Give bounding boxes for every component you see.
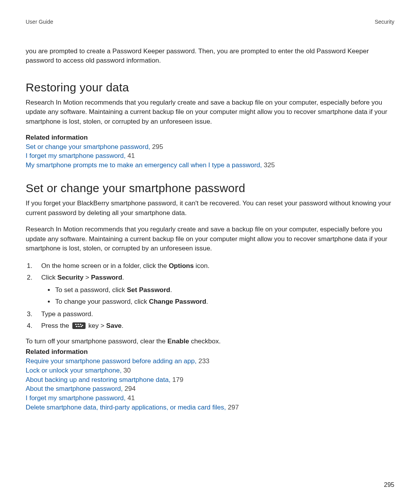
heading-restoring-your-data: Restoring your data [26,81,394,94]
document-page: User Guide Security you are prompted to … [0,0,420,504]
bullet-set-password: To set a password, click Set Password. [54,285,394,296]
bullet2-bold: Change Password [149,298,206,305]
svg-point-4 [79,324,81,325]
step4-end: . [122,322,124,329]
related-link-item: Require your smartphone password before … [26,357,394,366]
related-page-number: 295 [152,143,163,150]
step1-bold: Options [169,262,194,270]
bullet1-end: . [170,286,172,294]
bullet2-end: . [206,298,208,305]
sub-bullets: To set a password, click Set Password. T… [41,285,394,307]
step2-bold2: Password [91,274,122,281]
bullet-change-password: To change your password, click Change Pa… [54,296,394,307]
link-require-password-before-app[interactable]: Require your smartphone password before … [26,357,196,365]
link-set-or-change-password[interactable]: Set or change your smartphone password, [26,143,150,150]
link-forget-password-2[interactable]: I forget my smartphone password, [26,394,126,402]
related-page-number: 233 [198,357,209,365]
svg-point-2 [75,326,77,327]
turnoff-a: To turn off your smartphone password, cl… [26,338,167,345]
step1-text-b: icon. [194,262,210,270]
related-link-item: About backing up and restoring smartphon… [26,375,394,385]
svg-point-6 [82,325,83,326]
related-link-item: Set or change your smartphone password, … [26,142,394,152]
steps-list: On the home screen or in a folder, click… [26,261,394,331]
related-link-item: Delete smartphone data, third-party appl… [26,403,394,412]
svg-point-5 [80,326,82,327]
related-link-item: I forget my smartphone password, 41 [26,394,394,403]
turnoff-bold: Enable [167,338,189,345]
heading-set-or-change-password: Set or change your smartphone password [26,182,394,195]
step-3: Type a password. [34,309,394,320]
bullet1-bold: Set Password [127,286,170,294]
header-right: Security [374,19,394,25]
related-link-item: Lock or unlock your smartphone, 30 [26,366,394,375]
turnoff-b: checkbox. [189,338,220,345]
related-page-number: 294 [124,385,135,392]
link-lock-unlock-smartphone[interactable]: Lock or unlock your smartphone, [26,367,122,374]
link-about-smartphone-password[interactable]: About the smartphone password, [26,385,122,392]
related-page-number: 179 [172,376,183,383]
related-link-item: I forget my smartphone password, 41 [26,151,394,161]
related-page-number: 41 [128,152,135,159]
step-2: Click Security > Password. To set a pass… [34,272,394,307]
related-page-number: 325 [264,161,275,169]
link-about-backup-restore[interactable]: About backing up and restoring smartphon… [26,376,170,383]
related-link-item: My smartphone prompts me to make an emer… [26,161,394,170]
section1-body: Research In Motion recommends that you r… [26,98,394,127]
page-header: User Guide Security [26,19,394,25]
step-4: Press the key > Save. [34,320,394,331]
turnoff-note: To turn off your smartphone password, cl… [26,337,394,346]
related-information-label: Related information [26,134,394,142]
svg-point-1 [77,324,79,325]
related-page-number: 41 [128,394,135,402]
step2-sep: > [84,274,91,281]
related-link-item: About the smartphone password, 294 [26,384,394,394]
svg-point-0 [75,324,76,325]
step4-b: key > [87,322,107,329]
related-information-label-2: Related information [26,348,394,356]
bullet1-a: To set a password, click [55,286,127,294]
step1-text-a: On the home screen or in a folder, click… [41,262,169,270]
blackberry-key-icon [72,322,86,329]
step-1: On the home screen or in a folder, click… [34,261,394,271]
step2-bold1: Security [58,274,84,281]
related-page-number: 297 [228,404,239,411]
svg-point-3 [78,326,79,327]
step2-text-a: Click [41,274,58,281]
link-emergency-call-prompt[interactable]: My smartphone prompts me to make an emer… [26,161,262,169]
link-delete-smartphone-data[interactable]: Delete smartphone data, third-party appl… [26,404,226,411]
bullet2-a: To change your password, click [55,298,149,305]
link-forget-password[interactable]: I forget my smartphone password, [26,152,126,159]
header-left: User Guide [26,19,53,25]
section2-para1: If you forget your BlackBerry smartphone… [26,199,394,218]
page-number: 295 [384,481,394,488]
intro-paragraph: you are prompted to create a Password Ke… [26,47,394,65]
related-page-number: 30 [123,367,131,374]
step4-a: Press the [41,322,71,329]
step2-end: . [122,274,124,281]
step4-bold: Save [106,322,122,329]
section2-para2: Research In Motion recommends that you r… [26,225,394,254]
